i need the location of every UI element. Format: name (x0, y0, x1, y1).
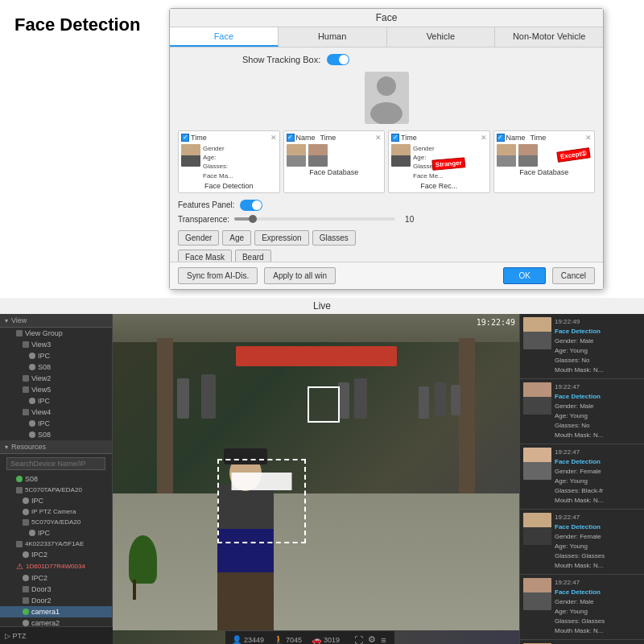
det-time-1: 19:22:49 (555, 317, 603, 327)
video-timestamp: 19:22:49 (477, 318, 515, 327)
det-info-glasses-4: Glasses: Glasses (555, 551, 605, 561)
sidebar-item-ptz[interactable]: IP PTZ Camera (0, 506, 112, 517)
walk-icon: 🚶 (274, 635, 283, 644)
features-panel-toggle[interactable] (240, 200, 262, 211)
sidebar-item-view4[interactable]: View4 (0, 407, 112, 418)
ok-btn[interactable]: OK (503, 267, 545, 284)
sidebar-item-ipc-res2[interactable]: IPC (0, 527, 112, 539)
det-card-face-database-1: Name Time ✕ Face Database (283, 130, 386, 193)
camera-icon-5 (29, 431, 35, 438)
fullscreen-btn[interactable]: ⛶ (354, 635, 363, 645)
status-walk-count: 🚶 7045 (274, 635, 302, 644)
floor (113, 493, 519, 630)
det-info-mask-1: Mouth Mask: N... (555, 365, 603, 375)
sidebar-item-ipc2-2[interactable]: IPC2 (0, 572, 112, 584)
sidebar-item-s08-1[interactable]: S08 (0, 361, 112, 373)
folder-icon-3 (23, 375, 29, 382)
card3-checkbox[interactable] (391, 134, 399, 142)
card2-checkbox[interactable] (287, 134, 295, 142)
det-info-mask-3: Mouth Mask: N... (555, 496, 603, 506)
sidebar-item-5c070ya[interactable]: 5C070YA/EDA20 (0, 517, 112, 527)
svg-point-1 (370, 102, 402, 124)
sidebar-item-ipc2-res[interactable]: IPC2 (0, 549, 112, 560)
camera2-icon (23, 620, 29, 626)
age-btn[interactable]: Age (222, 230, 251, 246)
more-icon[interactable]: ≡ (381, 635, 386, 645)
folder-icon (16, 330, 23, 336)
main-face-detection-box (217, 459, 306, 543)
tracking-label: Show Tracking Box: (242, 55, 320, 64)
view-group-label: View Group (25, 329, 63, 337)
settings-icon[interactable]: ⚙ (368, 634, 376, 644)
page-title: Face Detection (14, 14, 141, 35)
device-icon-3 (16, 541, 23, 547)
device-search-input[interactable] (6, 457, 105, 470)
camera-icon-4 (29, 420, 35, 427)
dialog-body: Show Tracking Box: (170, 47, 603, 275)
sidebar-item-door3[interactable]: Door3 (0, 584, 112, 595)
expression-btn[interactable]: Expression (254, 230, 308, 246)
card2-close[interactable]: ✕ (375, 134, 382, 142)
feature-buttons-row: Gender Age Expression Glasses (178, 230, 595, 246)
transparency-value: 10 (405, 215, 414, 224)
glasses-btn[interactable]: Glasses (312, 230, 356, 246)
sidebar-item-ipc3[interactable]: IPC (0, 418, 112, 429)
tab-human[interactable]: Human (279, 27, 387, 47)
det-card-face-detection: Time ✕ Gender Age: Glasses: Face Ma... F… (178, 130, 280, 193)
card1-info: Gender Age: Glasses: Face Ma... (203, 144, 233, 180)
face-dialog: Face Face Human Vehicle Non-Motor Vehicl… (169, 8, 604, 290)
card4-col-name: Name (506, 134, 526, 142)
sidebar-item-4k022[interactable]: 4K022337YA/5F1AE (0, 539, 112, 549)
sidebar-item-view2[interactable]: View2 (0, 373, 112, 384)
slider-knob (249, 215, 257, 223)
gender-btn[interactable]: Gender (178, 230, 219, 246)
sidebar-item-ipc-res1[interactable]: IPC (0, 495, 112, 506)
det-result-1: 19:22:49 Face Detection Gender: Male Age… (520, 314, 644, 379)
sidebar-item-view3[interactable]: View3 (0, 339, 112, 350)
sidebar-item-view-group[interactable]: View Group (0, 328, 112, 339)
card4-close[interactable]: ✕ (585, 134, 592, 142)
det-info-age-3: Age: Young (555, 477, 603, 486)
bg-person-7 (451, 385, 460, 415)
sidebar-item-s08-2[interactable]: S08 (0, 429, 112, 440)
sync-btn[interactable]: Sync from AI-Dis. (178, 267, 258, 284)
sidebar-item-camera1[interactable]: camera1 (0, 606, 112, 617)
plant-left (129, 535, 157, 584)
card4-face-img1 (497, 144, 516, 167)
apply-btn[interactable]: Apply to all win (264, 267, 336, 284)
tab-face[interactable]: Face (170, 27, 279, 47)
column-left (157, 338, 173, 499)
det-info-age-4: Age: Young (555, 542, 605, 551)
plant-left-stem (133, 580, 136, 600)
resources-section-title: Resources (0, 440, 112, 454)
card1-close[interactable]: ✕ (270, 134, 277, 142)
sidebar-item-view5[interactable]: View5 (0, 384, 112, 395)
sidebar-item-s08-res[interactable]: S08 (0, 473, 112, 485)
card3-label: Face Rec... (391, 182, 487, 190)
det-result-img-4 (523, 513, 551, 545)
det-time-3: 19:22:47 (555, 448, 603, 457)
tracking-toggle[interactable] (327, 54, 349, 65)
ptz-bar: ▷ PTZ (0, 626, 113, 644)
sidebar-item-5c070[interactable]: 5C070TAPA/EDA20 (0, 485, 112, 495)
ptz-label: ▷ PTZ (5, 632, 27, 640)
det-result-6: 19:22:43 Face Detection Gender: Male Age… (520, 640, 644, 644)
sidebar-item-1d601[interactable]: ⚠ 1D601D77R4W0034 (0, 560, 112, 572)
tab-non-motor[interactable]: Non-Motor Vehicle (495, 27, 603, 47)
card1-checkbox[interactable] (181, 134, 189, 142)
column-right (459, 338, 475, 499)
dialog-footer: Sync from AI-Dis. Apply to all win OK Ca… (170, 262, 603, 289)
sidebar-item-ipc2[interactable]: IPC (0, 395, 112, 407)
features-panel-label: Features Panel: (178, 200, 235, 209)
transparency-slider[interactable] (234, 217, 395, 221)
bg-person-6 (435, 382, 446, 416)
cancel-btn[interactable]: Cancel (552, 267, 595, 284)
card3-close[interactable]: ✕ (481, 134, 487, 142)
card4-checkbox[interactable] (497, 134, 505, 142)
sidebar-item-door2[interactable]: Door2 (0, 595, 112, 606)
det-info-gender-4: Gender: Female (555, 532, 605, 542)
tab-vehicle[interactable]: Vehicle (387, 27, 496, 47)
svg-point-0 (377, 76, 396, 96)
sidebar-item-ipc1[interactable]: IPC (0, 350, 112, 361)
small-detection-box (308, 386, 340, 423)
